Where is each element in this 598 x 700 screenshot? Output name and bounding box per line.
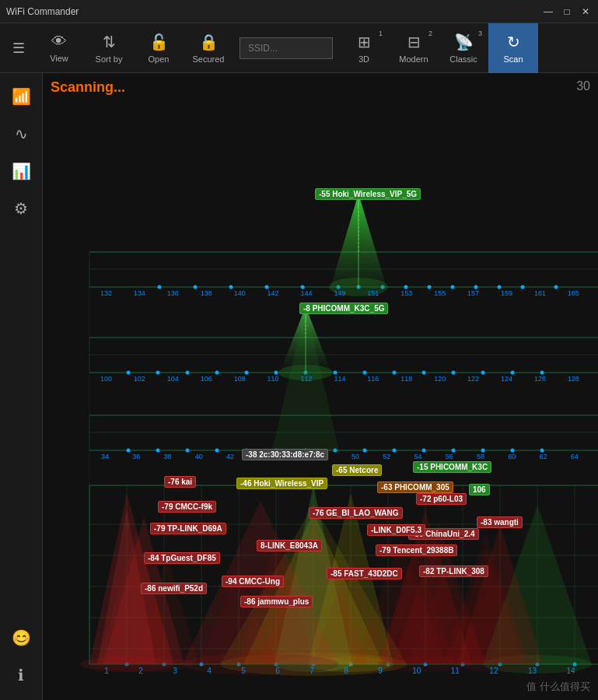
scan-icon: ↻ [507,33,520,51]
minimize-button[interactable]: — [542,6,554,17]
network-label-mac[interactable]: -38 2c:30:33:d8:e7:8c [242,449,328,460]
svg-point-50 [156,371,160,375]
network-label-netcore[interactable]: -65 Netcore [332,464,382,476]
network-label-hoki-vip[interactable]: -46 Hoki_Wireless_VIP [236,478,327,489]
sidebar-chart-icon[interactable]: 📊 [5,156,37,187]
network-label-ge-bi-lao-wang[interactable]: -76 GE_BI_LAO_WANG [309,507,403,519]
svg-point-53 [245,371,249,375]
app-title: WiFi Commander [6,6,79,17]
svg-point-63 [540,371,544,375]
sidebar-bottom: 😊 ℹ [5,622,37,700]
network-label-link-d0f5[interactable]: -LINK_D0F5.3 [367,524,425,536]
svg-point-76 [481,449,485,453]
network-label-jammwu[interactable]: -86 jammwu_plus [240,596,313,607]
network-label-phicomm-k3c-5g[interactable]: -8 PHICOMM_K3C_5G [299,303,388,314]
open-icon: 🔓 [149,33,169,51]
svg-point-60 [452,371,456,375]
sidebar-wifi-icon[interactable]: 📶 [5,81,37,112]
sidebar-settings-icon[interactable]: ⚙ [5,193,37,224]
sidebar-signal-icon[interactable]: ∿ [5,118,37,149]
network-label-tplink-d69a[interactable]: -79 TP-LINK_D69A [150,523,226,534]
channel-row-4: 1 2 3 4 5 6 7 8 9 10 11 12 13 14 [89,667,590,675]
network-label-tplink-308[interactable]: -82 TP-LINK_308 [419,565,488,577]
network-label-tencent[interactable]: -79 Tencent_29388B [376,544,457,556]
menu-button[interactable]: ☰ [3,23,34,73]
svg-point-34 [158,285,162,289]
svg-rect-8 [89,415,598,450]
svg-point-73 [393,449,397,453]
maximize-button[interactable]: □ [561,6,573,17]
svg-point-61 [481,371,485,375]
toolbar-view-button[interactable]: 👁 View [34,23,84,73]
toolbar-sortby-label: Sort by [96,54,123,64]
svg-point-36 [229,285,233,289]
svg-point-57 [363,371,367,375]
svg-point-45 [474,285,478,289]
watermark: 值 什么值得买 [526,680,590,694]
svg-point-49 [127,371,131,375]
network-label-p60-l03[interactable]: -72 p60-L03 [416,493,467,505]
network-label-fast[interactable]: -85 FAST_43D2DC [327,568,402,579]
toolbar-sortby-button[interactable]: ⇅ Sort by [84,23,134,73]
classic-badge: 3 [478,30,482,37]
svg-point-38 [301,285,305,289]
toolbar: ☰ 👁 View ⇅ Sort by 🔓 Open 🔒 Secured 1 ⊞ … [0,23,598,73]
toolbar-3d-label: 3D [358,54,369,64]
toolbar-3d-button[interactable]: 1 ⊞ 3D [339,23,389,73]
svg-point-64 [127,449,131,453]
toolbar-modern-button[interactable]: 2 ⊟ Modern [389,23,439,73]
sortby-icon: ⇅ [103,33,116,51]
network-label-hoki-5g[interactable]: -55 Hoki_Wireless_VIP_5G [315,188,421,200]
network-label-newifi[interactable]: -86 newifi_P52d [141,583,207,594]
toolbar-open-button[interactable]: 🔓 Open [134,23,184,73]
svg-point-59 [422,371,426,375]
svg-point-58 [393,371,397,375]
toolbar-secured-button[interactable]: 🔒 Secured [184,23,233,73]
toolbar-classic-label: Classic [449,54,477,64]
svg-point-65 [156,449,160,453]
network-label-cmcc-ung[interactable]: -94 CMCC-Ung [222,576,284,587]
svg-point-75 [452,449,456,453]
titlebar: WiFi Commander — □ ✕ [0,0,598,23]
svg-point-48 [554,285,558,289]
svg-point-77 [511,449,515,453]
toolbar-scan-button[interactable]: ↻ Scan [488,23,538,73]
svg-point-54 [275,371,278,375]
svg-point-37 [265,285,269,289]
network-label-phicomm305[interactable]: -63 PHICOMM_305 [377,481,453,493]
sidebar-info-icon[interactable]: ℹ [5,660,37,691]
classic-icon: 📡 [454,33,474,51]
modern-badge: 2 [428,30,432,37]
svg-point-42 [404,285,408,289]
network-label-wangti[interactable]: -83 wangti [477,516,523,528]
network-label-phicomm-k3c[interactable]: -15 PHICOMM_K3C [413,461,491,473]
network-counter: 30 [576,79,590,93]
toolbar-scan-label: Scan [503,54,523,64]
scanning-status: Scanning... [51,79,125,96]
network-label-cmcc-f9k[interactable]: -79 CMCC-f9k [158,501,216,513]
svg-point-51 [186,371,190,375]
content-area: Scanning... 30 [43,73,598,700]
svg-point-66 [186,449,190,453]
svg-point-46 [498,285,502,289]
network-label-kai[interactable]: -76 kai [164,476,196,488]
sidebar-smiley-icon[interactable]: 😊 [5,622,37,653]
toolbar-classic-button[interactable]: 3 📡 Classic [439,23,488,73]
visualization-svg: // Draw vertical lines for grid [43,73,598,700]
svg-point-35 [194,285,198,289]
channel-row-1: 132 134 136 138 140 142 144 149 151 153 … [89,289,590,297]
ssid-search-input[interactable] [240,37,333,59]
svg-point-72 [363,449,367,453]
network-label-106[interactable]: 106 [469,484,490,495]
close-button[interactable]: ✕ [579,6,592,17]
3d-icon: ⊞ [358,33,371,51]
svg-point-62 [511,371,515,375]
toolbar-secured-label: Secured [193,54,225,64]
svg-point-56 [334,371,337,375]
network-label-8link[interactable]: 8-LINK_E8043A [257,540,322,551]
network-label-tpguest[interactable]: -84 TpGuest_DF85 [144,552,220,564]
3d-badge: 1 [379,30,383,37]
toolbar-view-label: View [50,54,68,63]
svg-point-43 [428,285,432,289]
svg-point-78 [540,449,544,453]
